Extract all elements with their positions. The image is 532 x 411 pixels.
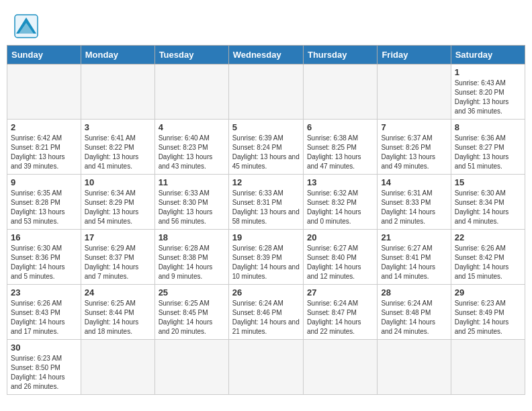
calendar-cell <box>451 340 525 395</box>
day-number: 19 <box>232 232 300 242</box>
calendar-cell: 11Sunrise: 6:33 AM Sunset: 8:30 PM Dayli… <box>154 175 228 230</box>
day-number: 13 <box>307 177 373 187</box>
day-number: 21 <box>381 232 447 242</box>
day-number: 2 <box>11 122 77 132</box>
calendar-cell <box>228 340 303 395</box>
day-number: 7 <box>381 122 447 132</box>
day-number: 16 <box>11 232 77 242</box>
calendar-cell: 27Sunrise: 6:24 AM Sunset: 8:47 PM Dayli… <box>303 285 377 340</box>
day-number: 18 <box>159 232 225 242</box>
calendar-cell <box>378 64 451 120</box>
col-header-saturday: Saturday <box>451 46 525 64</box>
day-number: 17 <box>85 232 151 242</box>
day-info: Sunrise: 6:41 AM Sunset: 8:22 PM Dayligh… <box>85 134 151 171</box>
day-info: Sunrise: 6:30 AM Sunset: 8:34 PM Dayligh… <box>455 189 521 226</box>
day-number: 27 <box>307 287 373 298</box>
day-number: 8 <box>455 122 521 132</box>
calendar-cell: 17Sunrise: 6:29 AM Sunset: 8:37 PM Dayli… <box>81 230 154 285</box>
day-number: 14 <box>381 177 447 187</box>
day-info: Sunrise: 6:24 AM Sunset: 8:48 PM Dayligh… <box>381 299 447 336</box>
calendar-cell: 13Sunrise: 6:32 AM Sunset: 8:32 PM Dayli… <box>303 175 377 230</box>
day-number: 28 <box>381 287 447 298</box>
calendar-cell: 15Sunrise: 6:30 AM Sunset: 8:34 PM Dayli… <box>451 175 525 230</box>
calendar-header-row: SundayMondayTuesdayWednesdayThursdayFrid… <box>7 46 525 64</box>
day-info: Sunrise: 6:36 AM Sunset: 8:27 PM Dayligh… <box>455 134 521 171</box>
day-info: Sunrise: 6:24 AM Sunset: 8:46 PM Dayligh… <box>232 299 300 336</box>
day-info: Sunrise: 6:28 AM Sunset: 8:38 PM Dayligh… <box>159 244 225 281</box>
logo-icon <box>13 13 39 39</box>
day-info: Sunrise: 6:26 AM Sunset: 8:43 PM Dayligh… <box>11 299 77 336</box>
day-info: Sunrise: 6:26 AM Sunset: 8:42 PM Dayligh… <box>455 244 521 281</box>
col-header-monday: Monday <box>81 46 154 64</box>
calendar-week-row: 23Sunrise: 6:26 AM Sunset: 8:43 PM Dayli… <box>7 285 525 340</box>
day-info: Sunrise: 6:34 AM Sunset: 8:29 PM Dayligh… <box>85 189 151 226</box>
calendar-cell <box>228 64 303 120</box>
calendar-cell: 3Sunrise: 6:41 AM Sunset: 8:22 PM Daylig… <box>81 120 154 175</box>
day-info: Sunrise: 6:33 AM Sunset: 8:30 PM Dayligh… <box>159 189 225 226</box>
calendar-cell: 1Sunrise: 6:43 AM Sunset: 8:20 PM Daylig… <box>451 64 525 120</box>
day-number: 10 <box>85 177 151 187</box>
day-number: 26 <box>232 287 300 298</box>
calendar-week-row: 30Sunrise: 6:23 AM Sunset: 8:50 PM Dayli… <box>7 340 525 395</box>
day-info: Sunrise: 6:28 AM Sunset: 8:39 PM Dayligh… <box>232 244 300 281</box>
day-info: Sunrise: 6:32 AM Sunset: 8:32 PM Dayligh… <box>307 189 373 226</box>
day-number: 20 <box>307 232 373 242</box>
calendar-cell: 14Sunrise: 6:31 AM Sunset: 8:33 PM Dayli… <box>378 175 451 230</box>
day-info: Sunrise: 6:38 AM Sunset: 8:25 PM Dayligh… <box>307 134 373 171</box>
calendar-cell: 8Sunrise: 6:36 AM Sunset: 8:27 PM Daylig… <box>451 120 525 175</box>
day-number: 30 <box>11 342 77 353</box>
calendar-cell: 9Sunrise: 6:35 AM Sunset: 8:28 PM Daylig… <box>7 175 81 230</box>
day-info: Sunrise: 6:23 AM Sunset: 8:49 PM Dayligh… <box>455 299 521 336</box>
day-number: 23 <box>11 287 77 298</box>
calendar-table: SundayMondayTuesdayWednesdayThursdayFrid… <box>7 45 525 395</box>
day-number: 4 <box>159 122 225 132</box>
day-info: Sunrise: 6:35 AM Sunset: 8:28 PM Dayligh… <box>11 189 77 226</box>
day-info: Sunrise: 6:27 AM Sunset: 8:41 PM Dayligh… <box>381 244 447 281</box>
day-number: 25 <box>159 287 225 298</box>
day-number: 29 <box>455 287 521 298</box>
calendar-cell: 12Sunrise: 6:33 AM Sunset: 8:31 PM Dayli… <box>228 175 303 230</box>
day-info: Sunrise: 6:39 AM Sunset: 8:24 PM Dayligh… <box>232 134 300 171</box>
calendar-cell <box>81 64 154 120</box>
calendar-cell <box>7 64 81 120</box>
day-number: 12 <box>232 177 300 187</box>
day-number: 1 <box>455 67 521 77</box>
calendar-week-row: 16Sunrise: 6:30 AM Sunset: 8:36 PM Dayli… <box>7 230 525 285</box>
day-info: Sunrise: 6:37 AM Sunset: 8:26 PM Dayligh… <box>381 134 447 171</box>
calendar-cell: 20Sunrise: 6:27 AM Sunset: 8:40 PM Dayli… <box>303 230 377 285</box>
calendar-cell <box>154 64 228 120</box>
calendar-cell: 10Sunrise: 6:34 AM Sunset: 8:29 PM Dayli… <box>81 175 154 230</box>
day-number: 22 <box>455 232 521 242</box>
day-info: Sunrise: 6:23 AM Sunset: 8:50 PM Dayligh… <box>11 354 77 392</box>
day-number: 6 <box>307 122 373 132</box>
day-info: Sunrise: 6:42 AM Sunset: 8:21 PM Dayligh… <box>11 134 77 171</box>
calendar-cell: 28Sunrise: 6:24 AM Sunset: 8:48 PM Dayli… <box>378 285 451 340</box>
calendar-cell: 5Sunrise: 6:39 AM Sunset: 8:24 PM Daylig… <box>228 120 303 175</box>
calendar-cell: 6Sunrise: 6:38 AM Sunset: 8:25 PM Daylig… <box>303 120 377 175</box>
calendar-week-row: 1Sunrise: 6:43 AM Sunset: 8:20 PM Daylig… <box>7 64 525 120</box>
calendar-cell: 21Sunrise: 6:27 AM Sunset: 8:41 PM Dayli… <box>378 230 451 285</box>
calendar-cell <box>81 340 154 395</box>
calendar-cell: 24Sunrise: 6:25 AM Sunset: 8:44 PM Dayli… <box>81 285 154 340</box>
day-info: Sunrise: 6:27 AM Sunset: 8:40 PM Dayligh… <box>307 244 373 281</box>
calendar-cell <box>303 64 377 120</box>
day-number: 3 <box>85 122 151 132</box>
day-info: Sunrise: 6:25 AM Sunset: 8:45 PM Dayligh… <box>159 299 225 336</box>
col-header-sunday: Sunday <box>7 46 81 64</box>
day-number: 9 <box>11 177 77 187</box>
day-info: Sunrise: 6:29 AM Sunset: 8:37 PM Dayligh… <box>85 244 151 281</box>
calendar-cell <box>303 340 377 395</box>
day-info: Sunrise: 6:43 AM Sunset: 8:20 PM Dayligh… <box>455 79 521 116</box>
calendar-cell: 22Sunrise: 6:26 AM Sunset: 8:42 PM Dayli… <box>451 230 525 285</box>
day-number: 5 <box>232 122 300 132</box>
col-header-tuesday: Tuesday <box>154 46 228 64</box>
day-info: Sunrise: 6:30 AM Sunset: 8:36 PM Dayligh… <box>11 244 77 281</box>
calendar-cell: 2Sunrise: 6:42 AM Sunset: 8:21 PM Daylig… <box>7 120 81 175</box>
page-header <box>7 7 525 42</box>
calendar-cell: 18Sunrise: 6:28 AM Sunset: 8:38 PM Dayli… <box>154 230 228 285</box>
day-info: Sunrise: 6:33 AM Sunset: 8:31 PM Dayligh… <box>232 189 300 226</box>
day-number: 15 <box>455 177 521 187</box>
calendar-cell: 30Sunrise: 6:23 AM Sunset: 8:50 PM Dayli… <box>7 340 81 395</box>
day-number: 24 <box>85 287 151 298</box>
calendar-cell: 16Sunrise: 6:30 AM Sunset: 8:36 PM Dayli… <box>7 230 81 285</box>
